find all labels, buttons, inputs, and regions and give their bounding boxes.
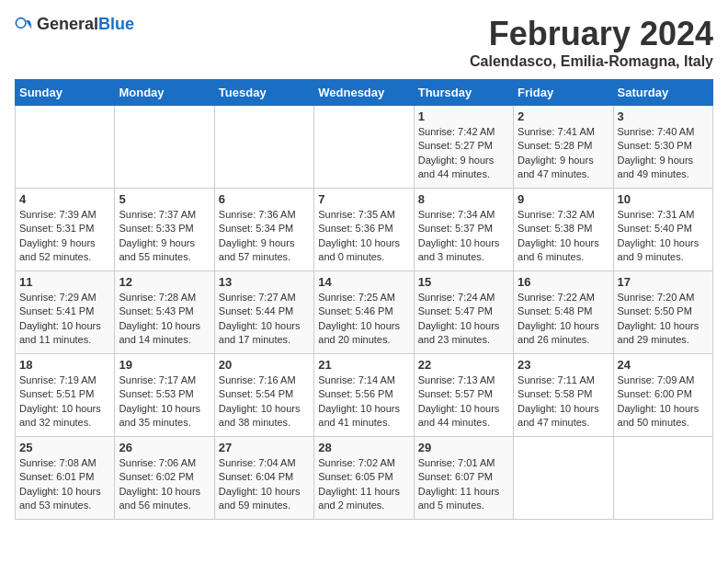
calendar-header: SundayMondayTuesdayWednesdayThursdayFrid… [16, 80, 713, 106]
day-header-wednesday: Wednesday [314, 80, 414, 106]
calendar-cell: 24Sunrise: 7:09 AMSunset: 6:00 PMDayligh… [613, 354, 712, 437]
logo-icon [15, 16, 33, 34]
calendar-cell: 12Sunrise: 7:28 AMSunset: 5:43 PMDayligh… [115, 271, 214, 354]
calendar-cell: 7Sunrise: 7:35 AMSunset: 5:36 PMDaylight… [314, 189, 414, 271]
cell-info: Sunrise: 7:11 AMSunset: 5:58 PMDaylight:… [518, 373, 609, 431]
calendar-cell: 21Sunrise: 7:14 AMSunset: 5:56 PMDayligh… [314, 354, 414, 437]
cell-date-number: 3 [618, 109, 709, 123]
cell-date-number: 27 [219, 441, 310, 454]
calendar-cell: 9Sunrise: 7:32 AMSunset: 5:38 PMDaylight… [514, 189, 613, 271]
calendar-cell: 22Sunrise: 7:13 AMSunset: 5:57 PMDayligh… [414, 354, 513, 437]
calendar-cell: 20Sunrise: 7:16 AMSunset: 5:54 PMDayligh… [214, 354, 313, 437]
cell-info: Sunrise: 7:35 AMSunset: 5:36 PMDaylight:… [318, 208, 409, 265]
cell-info: Sunrise: 7:25 AMSunset: 5:46 PMDaylight:… [318, 291, 409, 348]
cell-info: Sunrise: 7:04 AMSunset: 6:04 PMDaylight:… [219, 456, 310, 513]
cell-date-number: 29 [418, 441, 509, 454]
cell-info: Sunrise: 7:17 AMSunset: 5:53 PMDaylight:… [119, 373, 210, 431]
calendar-cell: 13Sunrise: 7:27 AMSunset: 5:44 PMDayligh… [214, 271, 313, 354]
calendar-cell: 10Sunrise: 7:31 AMSunset: 5:40 PMDayligh… [613, 189, 712, 271]
cell-info: Sunrise: 7:28 AMSunset: 5:43 PMDaylight:… [119, 291, 210, 348]
calendar-week-1: 1Sunrise: 7:42 AMSunset: 5:27 PMDaylight… [16, 106, 713, 189]
cell-date-number: 4 [19, 192, 110, 206]
cell-info: Sunrise: 7:14 AMSunset: 5:56 PMDaylight:… [318, 373, 409, 431]
cell-date-number: 15 [418, 275, 509, 289]
calendar-week-2: 4Sunrise: 7:39 AMSunset: 5:31 PMDaylight… [16, 189, 713, 271]
cell-date-number: 14 [318, 275, 409, 289]
cell-info: Sunrise: 7:27 AMSunset: 5:44 PMDaylight:… [219, 291, 310, 348]
cell-date-number: 5 [119, 192, 210, 206]
cell-info: Sunrise: 7:36 AMSunset: 5:34 PMDaylight:… [219, 208, 310, 265]
cell-date-number: 2 [518, 109, 609, 123]
cell-date-number: 22 [418, 358, 509, 372]
calendar-cell: 28Sunrise: 7:02 AMSunset: 6:05 PMDayligh… [314, 437, 414, 520]
calendar-table: SundayMondayTuesdayWednesdayThursdayFrid… [15, 79, 713, 520]
cell-info: Sunrise: 7:16 AMSunset: 5:54 PMDaylight:… [219, 373, 310, 431]
day-header-tuesday: Tuesday [214, 80, 313, 106]
calendar-cell: 2Sunrise: 7:41 AMSunset: 5:28 PMDaylight… [514, 106, 613, 189]
calendar-week-3: 11Sunrise: 7:29 AMSunset: 5:41 PMDayligh… [16, 271, 713, 354]
cell-info: Sunrise: 7:20 AMSunset: 5:50 PMDaylight:… [618, 291, 709, 348]
cell-date-number: 7 [318, 192, 409, 206]
cell-info: Sunrise: 7:01 AMSunset: 6:07 PMDaylight:… [418, 456, 509, 513]
cell-date-number: 16 [518, 275, 609, 289]
cell-info: Sunrise: 7:02 AMSunset: 6:05 PMDaylight:… [318, 456, 409, 513]
cell-date-number: 26 [119, 441, 210, 454]
calendar-cell: 5Sunrise: 7:37 AMSunset: 5:33 PMDaylight… [115, 189, 214, 271]
cell-info: Sunrise: 7:41 AMSunset: 5:28 PMDaylight:… [518, 125, 609, 182]
cell-info: Sunrise: 7:31 AMSunset: 5:40 PMDaylight:… [618, 208, 709, 265]
calendar-cell: 27Sunrise: 7:04 AMSunset: 6:04 PMDayligh… [214, 437, 313, 520]
calendar-cell: 14Sunrise: 7:25 AMSunset: 5:46 PMDayligh… [314, 271, 414, 354]
cell-info: Sunrise: 7:37 AMSunset: 5:33 PMDaylight:… [119, 208, 210, 265]
cell-date-number: 10 [618, 192, 709, 206]
day-header-friday: Friday [514, 80, 613, 106]
cell-date-number: 9 [518, 192, 609, 206]
calendar-cell [115, 106, 214, 189]
cell-info: Sunrise: 7:22 AMSunset: 5:48 PMDaylight:… [518, 291, 609, 348]
calendar-cell: 16Sunrise: 7:22 AMSunset: 5:48 PMDayligh… [514, 271, 613, 354]
header: GeneralBlue February 2024 Calendasco, Em… [15, 15, 713, 70]
calendar-week-5: 25Sunrise: 7:08 AMSunset: 6:01 PMDayligh… [16, 437, 713, 520]
cell-info: Sunrise: 7:19 AMSunset: 5:51 PMDaylight:… [19, 373, 110, 431]
calendar-cell: 1Sunrise: 7:42 AMSunset: 5:27 PMDaylight… [414, 106, 513, 189]
cell-date-number: 20 [219, 358, 310, 372]
calendar-cell: 25Sunrise: 7:08 AMSunset: 6:01 PMDayligh… [16, 437, 115, 520]
cell-info: Sunrise: 7:06 AMSunset: 6:02 PMDaylight:… [119, 456, 210, 513]
calendar-body: 1Sunrise: 7:42 AMSunset: 5:27 PMDaylight… [16, 106, 713, 520]
cell-date-number: 1 [418, 109, 509, 123]
cell-info: Sunrise: 7:09 AMSunset: 6:00 PMDaylight:… [618, 373, 709, 431]
calendar-cell [16, 106, 115, 189]
cell-date-number: 25 [19, 441, 110, 454]
cell-date-number: 23 [518, 358, 609, 372]
calendar-cell: 19Sunrise: 7:17 AMSunset: 5:53 PMDayligh… [115, 354, 214, 437]
cell-info: Sunrise: 7:29 AMSunset: 5:41 PMDaylight:… [19, 291, 110, 348]
cell-date-number: 19 [119, 358, 210, 372]
cell-date-number: 8 [418, 192, 509, 206]
day-header-sunday: Sunday [16, 80, 115, 106]
calendar-cell: 11Sunrise: 7:29 AMSunset: 5:41 PMDayligh… [16, 271, 115, 354]
cell-info: Sunrise: 7:13 AMSunset: 5:57 PMDaylight:… [418, 373, 509, 431]
cell-date-number: 28 [318, 441, 409, 454]
calendar-cell: 8Sunrise: 7:34 AMSunset: 5:37 PMDaylight… [414, 189, 513, 271]
day-header-monday: Monday [115, 80, 214, 106]
calendar-week-4: 18Sunrise: 7:19 AMSunset: 5:51 PMDayligh… [16, 354, 713, 437]
cell-date-number: 18 [19, 358, 110, 372]
cell-info: Sunrise: 7:42 AMSunset: 5:27 PMDaylight:… [418, 125, 509, 182]
header-row: SundayMondayTuesdayWednesdayThursdayFrid… [16, 80, 713, 106]
cell-info: Sunrise: 7:34 AMSunset: 5:37 PMDaylight:… [418, 208, 509, 265]
subtitle: Calendasco, Emilia-Romagna, Italy [470, 53, 713, 70]
cell-date-number: 11 [19, 275, 110, 289]
calendar-cell: 6Sunrise: 7:36 AMSunset: 5:34 PMDaylight… [214, 189, 313, 271]
cell-date-number: 6 [219, 192, 310, 206]
day-header-saturday: Saturday [613, 80, 712, 106]
cell-info: Sunrise: 7:32 AMSunset: 5:38 PMDaylight:… [518, 208, 609, 265]
calendar-cell [613, 437, 712, 520]
calendar-cell: 23Sunrise: 7:11 AMSunset: 5:58 PMDayligh… [514, 354, 613, 437]
logo-general: General [37, 15, 98, 33]
svg-point-0 [16, 17, 26, 28]
cell-date-number: 13 [219, 275, 310, 289]
calendar-cell [214, 106, 313, 189]
title-area: February 2024 Calendasco, Emilia-Romagna… [470, 15, 713, 70]
calendar-cell: 17Sunrise: 7:20 AMSunset: 5:50 PMDayligh… [613, 271, 712, 354]
cell-date-number: 21 [318, 358, 409, 372]
main-title: February 2024 [470, 15, 713, 53]
